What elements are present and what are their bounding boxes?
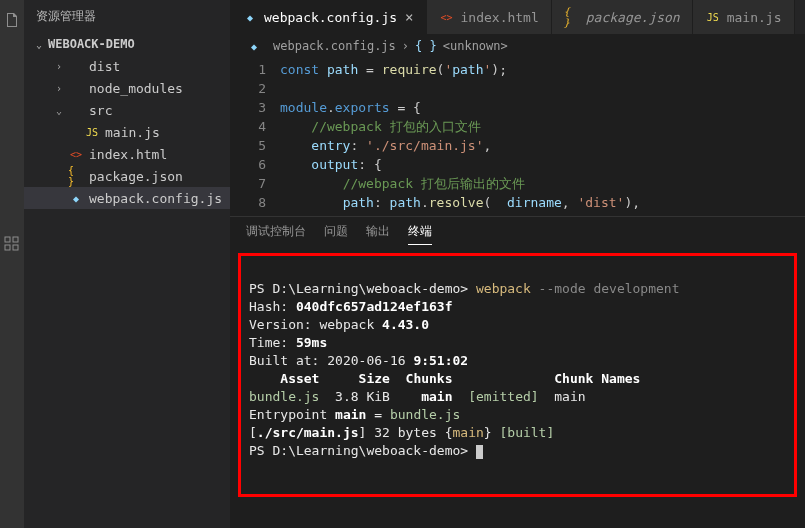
terminal-entrypoint-label: Entrypoint bbox=[249, 407, 327, 422]
extensions-icon[interactable] bbox=[4, 236, 20, 252]
folder-node_modules[interactable]: ›node_modules bbox=[24, 77, 230, 99]
code-line: //webpack 打包的入口文件 bbox=[280, 117, 805, 136]
folder-icon bbox=[68, 80, 84, 96]
folder-src[interactable]: ⌄src bbox=[24, 99, 230, 121]
chevron-down-icon: ⌄ bbox=[56, 105, 68, 116]
json-icon: { } bbox=[68, 168, 84, 184]
line-numbers: 12345678 bbox=[230, 60, 280, 212]
terminal-bundle-chunk: main bbox=[421, 389, 452, 404]
tab-webpack-config-js[interactable]: ◆webpack.config.js× bbox=[230, 0, 427, 34]
svg-rect-2 bbox=[5, 245, 10, 250]
folder-root[interactable]: ⌄ WEBOACK-DEMO bbox=[24, 33, 230, 55]
panel-tab-2[interactable]: 输出 bbox=[366, 223, 390, 245]
chevron-down-icon: ⌄ bbox=[36, 39, 48, 50]
tab-label: package.json bbox=[586, 10, 680, 25]
line-number: 8 bbox=[230, 193, 266, 212]
svg-rect-1 bbox=[13, 237, 18, 242]
tab-index-html[interactable]: <>index.html bbox=[427, 0, 552, 34]
chevron-right-icon: › bbox=[402, 39, 409, 53]
terminal-hash: 040dfc657ad124ef163f bbox=[296, 299, 453, 314]
terminal-src-built: [built] bbox=[499, 425, 554, 440]
terminal-args: --mode development bbox=[539, 281, 680, 296]
tab-label: webpack.config.js bbox=[264, 10, 397, 25]
breadcrumb[interactable]: ◆ webpack.config.js › { } <unknown> bbox=[230, 34, 805, 58]
svg-rect-3 bbox=[13, 245, 18, 250]
tab-package-json[interactable]: { }package.json bbox=[552, 0, 693, 34]
html-icon: <> bbox=[439, 9, 455, 25]
line-number: 5 bbox=[230, 136, 266, 155]
panel-tab-0[interactable]: 调试控制台 bbox=[246, 223, 306, 245]
webpack-icon: ◆ bbox=[68, 190, 84, 206]
chevron-right-icon: › bbox=[56, 61, 68, 72]
terminal-bundle-size: 3.8 KiB bbox=[335, 389, 390, 404]
folder-dist[interactable]: ›dist bbox=[24, 55, 230, 77]
tree-label: index.html bbox=[89, 147, 167, 162]
close-icon[interactable]: × bbox=[405, 9, 413, 25]
tree-label: package.json bbox=[89, 169, 183, 184]
terminal-entrypoint-eq: = bbox=[374, 407, 382, 422]
tree-label: node_modules bbox=[89, 81, 183, 96]
sidebar-title: 资源管理器 bbox=[24, 0, 230, 33]
file-main-js[interactable]: JSmain.js bbox=[24, 121, 230, 143]
tab-label: index.html bbox=[461, 10, 539, 25]
tree-label: src bbox=[89, 103, 112, 118]
terminal-built-label: Built at: 2020-06-16 bbox=[249, 353, 406, 368]
terminal-time: 59ms bbox=[296, 335, 327, 350]
terminal-time-label: Time: bbox=[249, 335, 288, 350]
terminal-version-label: Version: webpack bbox=[249, 317, 374, 332]
code-line: //webpack 打包后输出的文件 bbox=[280, 174, 805, 193]
terminal-cursor bbox=[476, 445, 483, 459]
bracket-icon: { } bbox=[415, 39, 437, 53]
terminal-entrypoint-main: main bbox=[335, 407, 366, 422]
line-number: 6 bbox=[230, 155, 266, 174]
terminal-hash-label: Hash: bbox=[249, 299, 288, 314]
panel-tab-3[interactable]: 终端 bbox=[408, 223, 432, 245]
webpack-icon: ◆ bbox=[242, 9, 258, 25]
line-number: 2 bbox=[230, 79, 266, 98]
tab-label: main.js bbox=[727, 10, 782, 25]
sidebar: 资源管理器 ⌄ WEBOACK-DEMO ›dist›node_modules⌄… bbox=[24, 0, 230, 528]
terminal-version: 4.43.0 bbox=[382, 317, 429, 332]
terminal-hdr-size: Size bbox=[359, 371, 390, 386]
webpack-icon: ◆ bbox=[246, 38, 262, 54]
code-editor[interactable]: 12345678 const path = require('path');mo… bbox=[230, 58, 805, 214]
terminal[interactable]: PS D:\Learning\weboack-demo> webpack --m… bbox=[238, 253, 797, 497]
terminal-src-chunk: main bbox=[453, 425, 484, 440]
tree-label: webpack.config.js bbox=[89, 191, 222, 206]
terminal-entrypoint-bundle: bundle.js bbox=[390, 407, 460, 422]
code-line: module.exports = { bbox=[280, 98, 805, 117]
panel-tab-1[interactable]: 问题 bbox=[324, 223, 348, 245]
json-icon: { } bbox=[564, 9, 580, 25]
breadcrumb-symbol: <unknown> bbox=[443, 39, 508, 53]
terminal-hdr-chunks: Chunks bbox=[406, 371, 453, 386]
terminal-src-file: ./src/main.js bbox=[257, 425, 359, 440]
js-icon: JS bbox=[705, 9, 721, 25]
terminal-hdr-chunknames: Chunk Names bbox=[554, 371, 640, 386]
terminal-bundle-chunkname: main bbox=[554, 389, 585, 404]
file-webpack-config-js[interactable]: ◆webpack.config.js bbox=[24, 187, 230, 209]
terminal-command: webpack bbox=[476, 281, 531, 296]
files-icon[interactable] bbox=[4, 12, 20, 28]
tree-label: dist bbox=[89, 59, 120, 74]
terminal-prompt: PS D:\Learning\weboack-demo> bbox=[249, 281, 468, 296]
file-tree: ›dist›node_modules⌄srcJSmain.js<>index.h… bbox=[24, 55, 230, 528]
code-line: output: { bbox=[280, 155, 805, 174]
code-content[interactable]: const path = require('path');module.expo… bbox=[280, 60, 805, 212]
editor-tabs: ◆webpack.config.js×<>index.html{ }packag… bbox=[230, 0, 805, 34]
chevron-right-icon: › bbox=[56, 83, 68, 94]
activity-bar bbox=[0, 0, 24, 528]
terminal-prompt-2: PS D:\Learning\weboack-demo> bbox=[249, 443, 468, 458]
file-package-json[interactable]: { }package.json bbox=[24, 165, 230, 187]
code-line: path: path.resolve( dirname, 'dist'), bbox=[280, 193, 805, 212]
code-line: entry: './src/main.js', bbox=[280, 136, 805, 155]
js-icon: JS bbox=[84, 124, 100, 140]
line-number: 4 bbox=[230, 117, 266, 136]
file-index-html[interactable]: <>index.html bbox=[24, 143, 230, 165]
tab-main-js[interactable]: JSmain.js bbox=[693, 0, 795, 34]
main-area: ◆webpack.config.js×<>index.html{ }packag… bbox=[230, 0, 805, 528]
folder-icon bbox=[68, 58, 84, 74]
terminal-hdr-asset: Asset bbox=[280, 371, 319, 386]
line-number: 3 bbox=[230, 98, 266, 117]
folder-icon bbox=[68, 102, 84, 118]
breadcrumb-file: webpack.config.js bbox=[273, 39, 396, 53]
